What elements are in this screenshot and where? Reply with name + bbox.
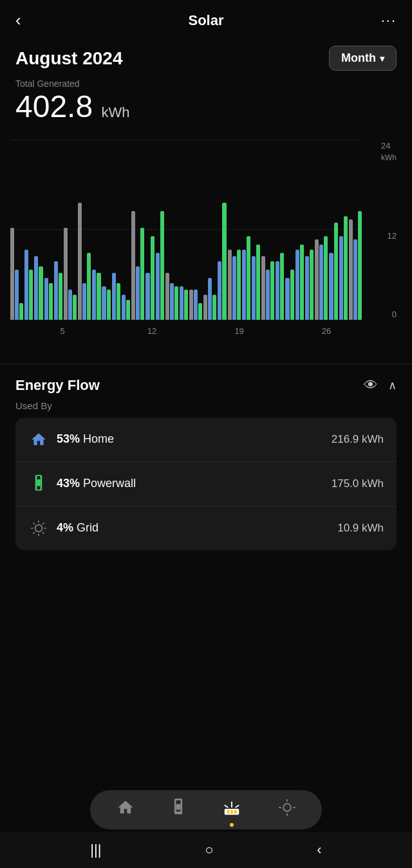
bar-group <box>92 270 100 320</box>
energy-item-value: 175.0 kWh <box>332 477 384 490</box>
svg-line-11 <box>33 532 35 533</box>
bar-blue <box>102 286 106 320</box>
powerwall-nav-icon <box>171 799 185 821</box>
bar-blue <box>112 273 116 320</box>
period-label: Month <box>341 51 376 65</box>
energy-item: 43% Powerwall 175.0 kWh <box>15 462 397 506</box>
bar-blue <box>170 283 174 320</box>
bar-blue <box>353 239 357 320</box>
bar-gray <box>261 256 265 320</box>
total-generated-label: Total Generated <box>15 78 397 89</box>
bar-gray <box>189 290 193 320</box>
bar-group <box>329 223 337 320</box>
bar-blue <box>218 261 221 320</box>
energy-item-left: 43% Powerwall <box>28 474 136 494</box>
bar-green <box>29 270 33 320</box>
bar-blue <box>319 245 323 320</box>
energy-item-left: 4% Grid <box>28 518 98 539</box>
svg-rect-18 <box>234 810 236 814</box>
bar-green <box>237 250 241 320</box>
more-button[interactable]: ··· <box>373 12 397 29</box>
bar-group <box>145 236 154 320</box>
bar-blue <box>208 278 212 320</box>
sys-home-button[interactable]: ○ <box>205 842 213 858</box>
sys-menu-button[interactable]: ||| <box>90 842 101 858</box>
bar-gray <box>228 250 232 320</box>
bar-gray <box>315 239 319 320</box>
svg-point-22 <box>283 804 291 811</box>
y-unit: kWh <box>381 153 397 162</box>
bar-green <box>126 300 130 320</box>
bar-blue <box>145 273 149 320</box>
x-axis-label: 5 <box>60 326 64 336</box>
bar-group <box>261 256 274 320</box>
energy-flow-actions: 👁 ∧ <box>364 377 397 394</box>
date-period-row: August 2024 Month ▾ <box>0 38 412 76</box>
bar-group <box>228 250 241 320</box>
nav-active-dot <box>230 823 234 827</box>
bar-group <box>180 286 188 320</box>
bar-blue <box>68 290 72 320</box>
bar-green <box>270 261 274 320</box>
bar-green <box>256 245 260 320</box>
energy-item-percent: 43% <box>57 477 80 490</box>
x-axis-label: 26 <box>322 326 331 336</box>
date-label: August 2024 <box>15 48 123 69</box>
energy-item-percent: 53% <box>57 432 80 445</box>
bar-blue <box>15 270 19 320</box>
period-selector[interactable]: Month ▾ <box>329 46 397 71</box>
bar-green <box>174 286 178 320</box>
bar-group <box>339 216 348 320</box>
svg-line-10 <box>42 522 44 524</box>
bar-group <box>218 203 226 320</box>
bar-blue <box>329 253 333 320</box>
bar-gray <box>349 219 353 320</box>
bar-group <box>44 278 53 320</box>
bar-gray <box>64 228 68 320</box>
bar-blue <box>34 256 38 320</box>
bar-green <box>87 253 91 320</box>
collapse-icon[interactable]: ∧ <box>388 378 397 392</box>
bar-group <box>131 211 144 320</box>
svg-rect-16 <box>227 810 229 814</box>
bar-gray <box>165 273 169 320</box>
grid-line-top <box>10 140 362 140</box>
visibility-icon[interactable]: 👁 <box>364 377 378 394</box>
bar-group <box>252 245 260 320</box>
bar-group <box>305 250 314 320</box>
nav-item-solar[interactable] <box>222 798 241 822</box>
y-label-min: 0 <box>392 309 397 319</box>
energy-item-label: 53% Home <box>57 432 114 446</box>
bar-group <box>10 228 23 320</box>
x-axis-labels: 5121926 <box>10 322 397 335</box>
bar-green <box>300 245 304 320</box>
energy-item-label: 4% Grid <box>57 521 98 535</box>
bar-blue <box>242 250 246 320</box>
sys-back-button[interactable]: ‹ <box>317 842 321 858</box>
used-by-label: Used By <box>15 400 397 411</box>
bar-blue <box>285 278 289 320</box>
bar-green <box>198 303 202 320</box>
bar-blue <box>266 270 270 320</box>
bar-group <box>24 250 33 320</box>
nav-item-home[interactable] <box>117 799 135 821</box>
bar-gray <box>10 228 14 320</box>
bar-blue <box>232 256 236 320</box>
bar-green <box>344 216 348 320</box>
bar-group <box>203 278 216 320</box>
energy-item-label: 43% Powerwall <box>57 477 136 490</box>
bar-group <box>276 253 284 320</box>
energy-item: 53% Home 216.9 kWh <box>15 418 397 462</box>
bar-green <box>334 223 338 320</box>
page-title: Solar <box>39 12 373 29</box>
bar-green <box>184 290 188 320</box>
bar-blue <box>339 236 343 320</box>
grid-line-mid <box>10 229 362 230</box>
nav-item-powerwall[interactable] <box>171 799 185 821</box>
bar-blue <box>156 253 160 320</box>
bar-green <box>222 203 226 320</box>
nav-item-grid[interactable] <box>278 799 296 821</box>
x-axis-label: 19 <box>234 326 243 336</box>
back-button[interactable]: ‹ <box>15 10 39 30</box>
bar-blue <box>44 278 48 320</box>
